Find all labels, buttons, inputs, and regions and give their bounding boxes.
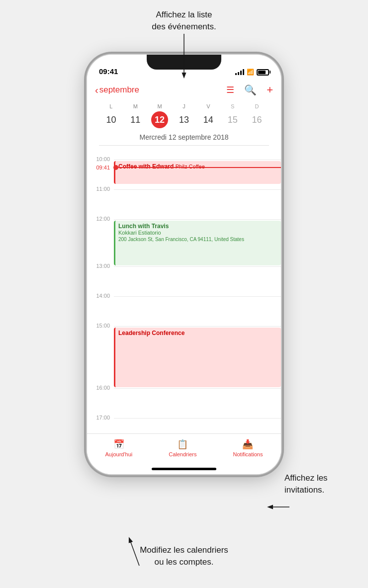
- day-num-12-today: 12: [151, 111, 168, 128]
- time-label-1700: 17:00: [87, 415, 114, 420]
- day-col-tue[interactable]: M 11: [123, 103, 147, 128]
- time-label-1600: 16:00: [87, 385, 114, 391]
- time-line-1400: [114, 296, 281, 326]
- event-lunch[interactable]: Lunch with Travis Kokkari Estiatorio 200…: [114, 221, 281, 265]
- day-col-sat[interactable]: S 15: [221, 103, 245, 128]
- day-name-v: V: [206, 103, 210, 109]
- time-slot-1700: 17:00: [87, 418, 281, 433]
- current-time-indicator: 09:41: [87, 165, 281, 170]
- current-time-line: [118, 167, 281, 168]
- week-view: L 10 M 11 M 12 J 13: [95, 101, 273, 148]
- day-num-13: 13: [176, 111, 192, 128]
- time-line-1700: [114, 418, 281, 433]
- day-name-m1: M: [133, 103, 138, 109]
- header-actions: ☰ 🔍 +: [226, 84, 273, 96]
- time-slot-1500: 15:00 Leadership Conference: [87, 326, 281, 388]
- day-col-wed[interactable]: M 12: [148, 103, 172, 128]
- list-view-icon[interactable]: ☰: [226, 84, 234, 95]
- event-lunch-title: Lunch with Travis: [118, 223, 278, 230]
- time-slot-1000: 10:00 Coffee with Edward Philz Coffee: [87, 160, 281, 189]
- calendars-icon: 📋: [177, 439, 188, 450]
- svg-line-2: [129, 538, 139, 566]
- today-icon: 📅: [113, 439, 124, 450]
- tab-notifications[interactable]: 📥 Notifications: [233, 439, 263, 457]
- callout-top: Affichez la liste des événements.: [152, 9, 216, 33]
- status-icons: 📶: [235, 69, 269, 76]
- app-content: ‹ septembre ☰ 🔍 + L 10: [87, 80, 281, 474]
- tab-calendars[interactable]: 📋 Calendriers: [169, 439, 196, 457]
- day-col-sun[interactable]: D 16: [245, 103, 269, 128]
- time-line-1500: Leadership Conference: [114, 326, 281, 388]
- current-time-label: 09:41: [87, 165, 114, 170]
- day-num-16: 16: [248, 111, 265, 128]
- back-nav[interactable]: ‹ septembre: [95, 84, 139, 96]
- wifi-icon: 📶: [247, 69, 254, 76]
- event-leadership[interactable]: Leadership Conference: [114, 328, 281, 387]
- current-time-dot: [113, 165, 118, 170]
- day-col-thu[interactable]: J 13: [172, 103, 196, 128]
- tab-notifications-label: Notifications: [233, 451, 263, 457]
- add-event-icon[interactable]: +: [267, 84, 273, 96]
- day-col-fri[interactable]: V 14: [196, 103, 220, 128]
- signal-bars-icon: [235, 69, 244, 75]
- time-slot-1200: 12:00 Lunch with Travis Kokkari Estiator…: [87, 219, 281, 266]
- time-slot-1100: 11:00: [87, 189, 281, 219]
- time-label-1100: 11:00: [87, 186, 114, 192]
- callout-bottom-center: Modifiez les calendriers ou les comptes.: [140, 544, 228, 568]
- month-label: septembre: [99, 85, 139, 95]
- search-icon[interactable]: 🔍: [244, 84, 257, 96]
- event-lunch-address: 200 Jackson St, San Francisco, CA 94111,…: [118, 237, 278, 242]
- time-line-1000: Coffee with Edward Philz Coffee: [114, 160, 281, 189]
- day-col-mon[interactable]: L 10: [99, 103, 123, 128]
- time-line-1200: Lunch with Travis Kokkari Estiatorio 200…: [114, 219, 281, 266]
- phone-frame: 09:41 📶 ‹ s: [87, 55, 281, 474]
- date-display: Mercredi 12 septembre 2018: [99, 131, 269, 146]
- day-num-11: 11: [127, 111, 144, 128]
- header: ‹ septembre ☰ 🔍 + L 10: [87, 80, 281, 150]
- chevron-left-icon: ‹: [95, 84, 98, 96]
- day-num-10: 10: [102, 111, 119, 128]
- tab-today-label: Aujourd'hui: [105, 451, 133, 457]
- inbox-icon: 📥: [242, 439, 253, 450]
- status-time: 09:41: [99, 67, 118, 76]
- tab-today[interactable]: 📅 Aujourd'hui: [105, 439, 133, 457]
- outer-wrapper: Affichez la liste des événements. Affich…: [0, 0, 368, 588]
- time-line-1100: [114, 189, 281, 219]
- event-lunch-subtitle: Kokkari Estiatorio: [118, 230, 278, 236]
- time-label-1400: 14:00: [87, 293, 114, 299]
- days-row: L 10 M 11 M 12 J 13: [99, 103, 269, 128]
- tab-bar: 📅 Aujourd'hui 📋 Calendriers 📥 Notificati…: [87, 433, 281, 474]
- time-slot-1400: 14:00: [87, 296, 281, 326]
- day-num-15: 15: [224, 111, 241, 128]
- callout-bottom-right: Affichez les invitations.: [284, 472, 354, 496]
- time-slot-1600: 16:00: [87, 388, 281, 418]
- notch: [147, 55, 221, 70]
- time-label-1000: 10:00: [87, 156, 114, 162]
- tab-calendars-label: Calendriers: [169, 451, 196, 457]
- time-slot-1300: 13:00: [87, 266, 281, 296]
- header-top: ‹ septembre ☰ 🔍 +: [95, 84, 273, 96]
- time-grid[interactable]: 09:41 10:00 Coffee with Edward Philz Cof…: [87, 150, 281, 433]
- home-indicator: [152, 468, 216, 470]
- day-name-j: J: [183, 103, 185, 109]
- time-label-1200: 12:00: [87, 216, 114, 222]
- time-label-1300: 13:00: [87, 263, 114, 269]
- time-line-1600: [114, 388, 281, 418]
- day-name-l: L: [109, 103, 112, 109]
- battery-icon: [257, 69, 269, 76]
- time-label-1500: 15:00: [87, 323, 114, 329]
- day-num-14: 14: [200, 111, 217, 128]
- day-name-s: S: [231, 103, 234, 109]
- time-line-1300: [114, 266, 281, 296]
- day-name-d: D: [255, 103, 259, 109]
- day-name-m2: M: [158, 103, 162, 109]
- event-leadership-title: Leadership Conference: [118, 330, 278, 336]
